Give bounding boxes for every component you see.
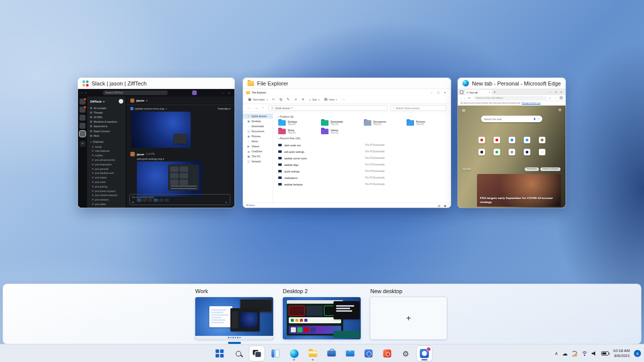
sidebar-item-music[interactable]: ♪Music [243,139,273,144]
shortcut-tile[interactable] [509,149,515,155]
edge-window-card[interactable]: New tab - Personal - Microsoft Edge New … [458,78,566,208]
new-tab-button[interactable]: + [494,90,496,94]
close-tab-icon[interactable]: × [489,92,491,94]
search-icon[interactable]: ○ [537,118,539,121]
content-layout-button[interactable]: Content and layout [540,167,560,171]
office-taskbar-button[interactable] [380,346,395,361]
shortcut-tile[interactable] [509,137,515,143]
message-input[interactable]: Jot something down ⊕ · · · · · · ▸ [129,194,230,205]
sidebar-item-more[interactable]: More [87,133,126,138]
mail-taskbar-button[interactable] [343,346,358,361]
sidebar-item-documents[interactable]: ▤Documents [243,129,273,134]
desktop-name-desktop-2[interactable]: Desktop 2 [283,288,361,294]
copy-icon[interactable]: ⧉ [280,98,282,102]
sidebar-item-threads[interactable]: Threads [87,110,126,115]
tray-chevron-up-icon[interactable]: ∧ [555,351,558,356]
my-feed-label[interactable]: My feed [463,168,471,170]
news-card[interactable]: FDA targets early September for COVID-19… [477,174,561,207]
sidebar-item-videos[interactable]: ▶Videos [243,144,273,149]
profile-avatar[interactable] [559,96,563,100]
slack-window-card[interactable]: Slack | jason | ZiffTech ‹ › Search Ziff… [78,78,234,208]
channel-item[interactable]: #pns-hardline-test [87,171,126,175]
shortcut-tile[interactable] [494,149,500,155]
date-divider[interactable]: Yesterday ▾ [217,107,230,110]
address-bar[interactable]: ★ Quick access▾ [268,105,387,111]
address-bar[interactable]: Search or enter web address [473,96,546,100]
workspace-name[interactable]: ZiffTech [90,100,102,103]
channel-item[interactable]: #pns-streams [87,198,126,202]
channel-item[interactable]: #social [87,144,126,149]
recent-file-row[interactable]: taskbar behaviorThis PC\Downloads [278,181,451,188]
folder-tile-videos[interactable]: VideosThis PC [321,129,364,134]
channel-item[interactable]: #myfiles [87,153,126,158]
folder-tile-desktop[interactable]: DesktopThis PC [278,120,321,126]
share-icon[interactable]: ↗ [294,98,297,102]
search-button[interactable] [231,346,246,361]
slack-search-input[interactable]: Search ZiffTech [103,90,168,95]
notification-count-badge[interactable]: 6 [634,350,641,357]
recent-file-row[interactable]: taskbar alignThis PC\Downloads [278,161,451,168]
sidebar-item-downloads[interactable]: ↓Downloads [243,124,273,129]
shortcut-tile[interactable] [539,137,545,143]
recent-file-row[interactable]: taskbar corner iconsThis PC\Downloads [278,155,451,161]
new-message-button[interactable] [119,99,123,104]
file-explorer-taskbar-button[interactable] [305,346,320,361]
teams-taskbar-button[interactable] [361,346,376,361]
notification-app-taskbar-button[interactable] [417,346,432,361]
attachment-image-context-menu[interactable] [131,112,191,148]
attachment-image-quick-settings[interactable] [137,161,202,197]
settings-taskbar-button[interactable]: ⚙ [398,346,414,361]
workspace-switcher-icon[interactable] [79,123,86,129]
channel-item[interactable]: #pns-pricing [87,184,126,189]
folder-tile-music[interactable]: MusicThis PC [278,129,321,134]
widgets-button[interactable] [268,346,283,361]
workspace-switcher-icon-active[interactable] [79,131,86,137]
vertical-tabs-icon[interactable] [460,90,463,94]
microphone-icon[interactable] [534,118,535,120]
view-button[interactable]: ▤View▾ [324,98,337,102]
store-taskbar-button[interactable] [324,346,339,361]
shortcut-tile[interactable] [494,137,500,143]
workspace-switcher-icon[interactable] [79,115,86,121]
battery-icon[interactable] [601,351,609,355]
volume-icon[interactable] [592,351,597,356]
desktop-name-work[interactable]: Work [195,288,273,294]
desktop-thumbnail-desktop-2[interactable] [283,297,361,339]
rename-icon[interactable]: ✎ [287,98,290,102]
explorer-search-input[interactable]: ○ Search Quick access [390,105,447,111]
back-forward-refresh-icons[interactable]: ‹ › ⟳ [460,96,471,100]
sidebar-item-pictures[interactable]: ▣Pictures [243,134,273,139]
onedrive-cloud-icon[interactable]: ☁ [562,351,568,356]
recent-files-section-header[interactable]: ▾ Recent files (20) [278,137,451,140]
clock[interactable]: 10:18 AM 8/6/2021 [613,348,630,358]
file-explorer-window-card[interactable]: File Explorer File Explorer – □ × ▣New f… [243,78,451,208]
slack-window-preview[interactable]: ‹ › Search ZiffTech – × + ZiffTech ▾ [78,89,234,208]
more-options-icon[interactable]: ⋯ [342,98,345,102]
conversation-header[interactable]: jason▾ [126,97,234,105]
slack-user-avatar[interactable] [192,90,197,95]
add-workspace-button[interactable]: + [79,141,86,147]
favorites-star-icon[interactable]: ☆ [549,97,552,100]
shortcut-tile[interactable] [478,137,485,143]
page-settings-gear-icon[interactable]: ⚙ [558,108,561,112]
shortcut-tile[interactable] [478,149,485,155]
channel-item[interactable]: #pns-brainstorm [87,162,126,166]
folder-tile-pictures[interactable]: PicturesThis PC [407,120,449,126]
cut-icon[interactable]: ✂ [272,98,275,102]
browser-tab[interactable]: New tab × [465,90,492,95]
sort-button[interactable]: ↕Sort▾ [309,98,319,102]
send-icon[interactable]: ▸ [225,201,228,204]
new-desktop-button[interactable]: + [370,297,447,339]
sidebar-item-all-unreads[interactable]: All unreads [87,106,126,110]
sidebar-item-quick-access[interactable]: ★Quick access [243,114,273,119]
recent-file-row[interactable]: notificationsThis PC\Downloads [278,174,451,181]
layout-grid-icon[interactable]: ⊞ [462,108,465,113]
shortcut-tile[interactable] [539,149,545,155]
window-controls[interactable]: – □ × [549,90,564,94]
channel-item[interactable]: #pns-vids [87,206,126,208]
sidebar-item-desktop[interactable]: ▦Desktop [243,119,273,124]
workspace-switcher-icon[interactable] [79,107,86,113]
channel-item[interactable]: #pns-howto [87,175,126,180]
channel-item[interactable]: #new-features [87,149,126,153]
recent-file-row[interactable]: dark mode sunThis PC\Downloads [278,142,451,148]
